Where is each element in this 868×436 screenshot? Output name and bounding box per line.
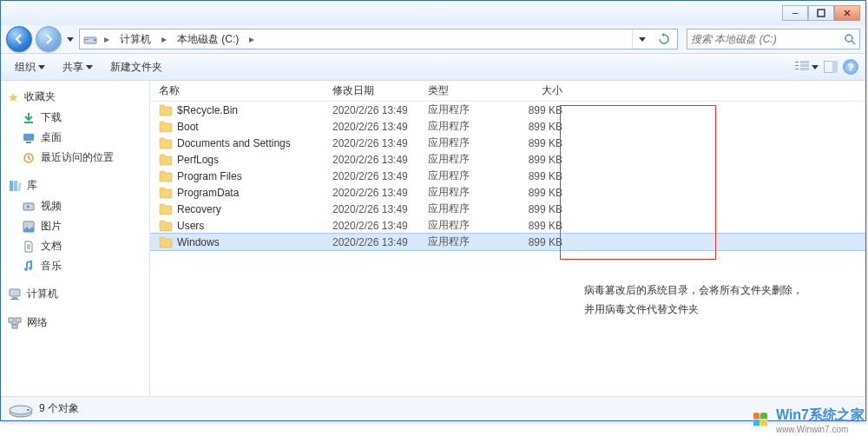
breadcrumb-sep: ▸	[158, 33, 170, 45]
view-mode-button[interactable]	[795, 61, 819, 73]
organize-button[interactable]: 组织	[8, 56, 52, 78]
svg-rect-12	[832, 61, 838, 73]
item-icon	[22, 111, 36, 125]
titlebar[interactable]: –	[1, 1, 865, 25]
file-date: 2020/2/26 13:49	[332, 203, 428, 215]
sidebar-item[interactable]: 文档	[1, 236, 149, 256]
refresh-button[interactable]	[654, 33, 674, 45]
sidebar-computer[interactable]: 计算机	[1, 283, 149, 305]
file-row[interactable]: Users2020/2/26 13:49应用程序899 KB	[150, 217, 865, 234]
nav-bar: ▸ 计算机 ▸ 本地磁盘 (C:) ▸	[1, 25, 865, 53]
sidebar-item[interactable]: 视频	[1, 196, 149, 216]
forward-button[interactable]	[36, 26, 62, 52]
status-count: 9 个对象	[39, 401, 79, 416]
col-date[interactable]: 修改日期	[332, 83, 428, 98]
address-dropdown[interactable]	[632, 30, 651, 49]
item-icon	[22, 240, 36, 254]
help-button[interactable]: ?	[843, 59, 858, 75]
sidebar-favorites-header[interactable]: ★收藏夹	[1, 86, 149, 108]
explorer-window: – ▸ 计算机 ▸ 本地磁盘 (C:) ▸ 组织 共享 新建文件夹	[0, 0, 866, 421]
file-size: 899 KB	[510, 170, 571, 182]
file-size: 899 KB	[510, 121, 571, 133]
file-size: 899 KB	[510, 104, 571, 116]
file-type: 应用程序	[428, 119, 510, 134]
file-type: 应用程序	[428, 235, 510, 249]
col-name[interactable]: 名称	[159, 83, 332, 98]
body: ★收藏夹 下载桌面最近访问的位置 库 视频图片文档音乐 计算机 网络	[1, 81, 865, 396]
svg-point-24	[24, 268, 28, 271]
history-dropdown[interactable]	[65, 29, 76, 50]
file-list[interactable]: 名称 修改日期 类型 大小 $Recycle.Bin2020/2/26 13:4…	[150, 81, 865, 396]
svg-rect-2	[85, 39, 89, 40]
file-row[interactable]: Recovery2020/2/26 13:49应用程序899 KB	[150, 201, 865, 217]
toolbar: 组织 共享 新建文件夹 ?	[1, 53, 865, 81]
col-size[interactable]: 大小	[510, 83, 571, 98]
file-row[interactable]: PerfLogs2020/2/26 13:49应用程序899 KB	[150, 151, 865, 168]
file-name: Documents and Settings	[159, 137, 332, 149]
svg-rect-3	[94, 39, 95, 41]
maximize-button[interactable]	[808, 5, 834, 21]
file-date: 2020/2/26 13:49	[332, 121, 428, 133]
breadcrumb-computer[interactable]: 计算机	[116, 30, 155, 49]
sidebar-item[interactable]: 图片	[1, 216, 149, 236]
status-bar: 9 个对象	[1, 396, 865, 420]
share-button[interactable]: 共享	[56, 56, 100, 78]
file-row[interactable]: $Recycle.Bin2020/2/26 13:49应用程序899 KB	[150, 102, 865, 118]
col-type[interactable]: 类型	[428, 83, 510, 98]
item-icon	[22, 260, 36, 274]
file-type: 应用程序	[428, 168, 510, 183]
file-date: 2020/2/26 13:49	[332, 104, 428, 116]
file-name: PerfLogs	[159, 154, 332, 166]
file-size: 899 KB	[510, 220, 571, 232]
file-type: 应用程序	[428, 185, 510, 200]
file-row[interactable]: ProgramData2020/2/26 13:49应用程序899 KB	[150, 184, 865, 201]
file-name: Users	[159, 220, 332, 232]
star-icon: ★	[8, 90, 19, 104]
file-size: 899 KB	[510, 203, 571, 215]
svg-rect-17	[10, 181, 13, 191]
file-row[interactable]: Windows2020/2/26 13:49应用程序899 KB	[150, 234, 865, 250]
svg-rect-34	[27, 409, 30, 411]
file-name: Recovery	[159, 203, 332, 215]
breadcrumb-drive[interactable]: 本地磁盘 (C:)	[174, 30, 242, 49]
breadcrumb-sep: ▸	[101, 33, 113, 45]
sidebar-libraries-header[interactable]: 库	[1, 175, 149, 196]
item-icon	[22, 220, 36, 234]
svg-point-23	[26, 223, 29, 226]
breadcrumb-sep: ▸	[246, 33, 258, 45]
file-row[interactable]: Boot2020/2/26 13:49应用程序899 KB	[150, 118, 865, 135]
sidebar-item[interactable]: 最近访问的位置	[1, 148, 149, 168]
libraries-icon	[8, 179, 22, 193]
watermark-title: Win7系统之家	[776, 407, 865, 422]
file-name: Program Files	[159, 170, 332, 182]
file-row[interactable]: Program Files2020/2/26 13:49应用程序899 KB	[150, 168, 865, 184]
file-date: 2020/2/26 13:49	[332, 137, 428, 149]
drive-icon	[83, 32, 97, 46]
close-button[interactable]	[834, 5, 860, 21]
svg-rect-28	[10, 299, 19, 300]
search-box[interactable]	[687, 29, 860, 50]
svg-rect-13	[24, 122, 33, 123]
svg-rect-10	[800, 68, 809, 70]
file-type: 应用程序	[428, 218, 510, 233]
file-date: 2020/2/26 13:49	[332, 170, 428, 182]
address-bar[interactable]: ▸ 计算机 ▸ 本地磁盘 (C:) ▸	[79, 29, 678, 50]
search-input[interactable]	[691, 33, 844, 45]
watermark: Win7系统之家 www.Winwin7.com	[752, 406, 865, 434]
file-type: 应用程序	[428, 201, 510, 216]
minimize-button[interactable]: –	[782, 5, 808, 21]
preview-pane-button[interactable]	[824, 61, 838, 73]
svg-rect-0	[818, 10, 825, 17]
svg-rect-31	[12, 325, 17, 328]
newfolder-button[interactable]: 新建文件夹	[103, 56, 169, 78]
sidebar-network[interactable]: 网络	[1, 312, 149, 334]
sidebar: ★收藏夹 下载桌面最近访问的位置 库 视频图片文档音乐 计算机 网络	[1, 81, 150, 396]
svg-rect-7	[795, 69, 799, 69]
sidebar-item[interactable]: 桌面	[1, 128, 149, 148]
back-button[interactable]	[6, 26, 32, 52]
file-row[interactable]: Documents and Settings2020/2/26 13:49应用程…	[150, 135, 865, 151]
search-icon	[844, 33, 856, 45]
file-date: 2020/2/26 13:49	[332, 187, 428, 199]
sidebar-item[interactable]: 音乐	[1, 256, 149, 276]
sidebar-item[interactable]: 下载	[1, 108, 149, 128]
